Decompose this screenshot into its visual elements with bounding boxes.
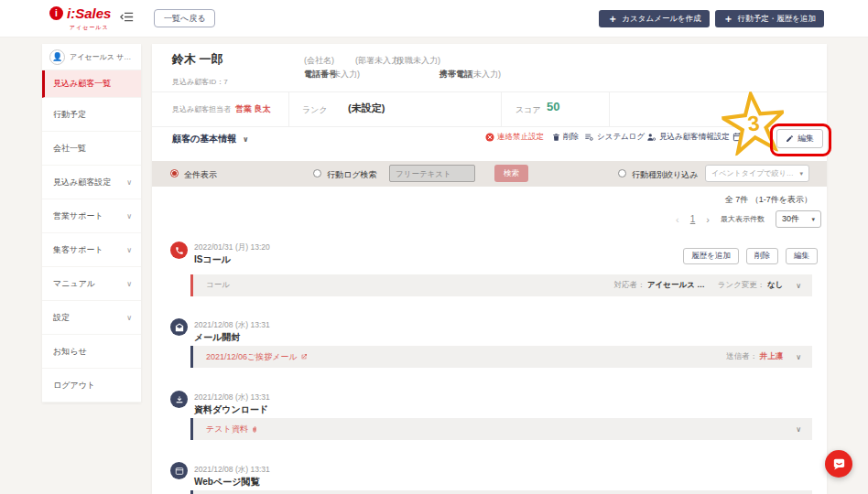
brand-subtitle: アイセールス	[67, 24, 111, 32]
external-link-icon	[300, 353, 308, 360]
chevron-down-icon: ∨	[126, 246, 132, 254]
document-link[interactable]: テスト資料	[206, 424, 258, 435]
event-type-select-value: イベントタイプで絞り…	[711, 168, 794, 178]
activity-title: 資料ダウンロード	[194, 403, 268, 416]
delete-link[interactable]: 削除	[552, 132, 579, 143]
caret-down-icon: ▾	[799, 170, 803, 177]
free-text-search-input[interactable]	[389, 165, 475, 182]
delete-button[interactable]: 削除	[746, 248, 778, 264]
handler-label: 対応者：	[614, 280, 646, 289]
page-number[interactable]: 1	[690, 214, 696, 224]
plus-icon: ＋	[723, 14, 733, 24]
topbar-actions: ＋ カスタムメールを作成 ＋ 行動予定・履歴を追加	[599, 10, 824, 27]
brand-logo-icon: i	[49, 6, 63, 20]
chevron-down-icon: ∨	[126, 314, 132, 322]
sidebar-item-label: 見込み顧客設定	[53, 177, 111, 188]
owner-value: 営業 良太	[235, 103, 271, 115]
create-custom-mail-label: カスタムメールを作成	[622, 14, 700, 25]
menu-fold-icon[interactable]	[120, 10, 134, 27]
sidebar-item-news[interactable]: お知らせ	[42, 335, 141, 369]
chevron-down-icon: ∨	[243, 135, 249, 144]
event-type-select[interactable]: イベントタイプで絞り… ▾	[705, 165, 809, 182]
next-page-icon[interactable]: ›	[706, 214, 710, 225]
chat-widget-button[interactable]	[825, 450, 852, 478]
caret-down-icon: ▾	[811, 216, 815, 223]
sidebar-item-label: 集客サポート	[53, 244, 103, 256]
edit-button[interactable]: 編集	[776, 129, 823, 148]
app-screen: i i:Sales アイセールス 一覧へ戻る ＋ カスタムメールを作成 ＋ 行動…	[0, 0, 868, 494]
add-history-button[interactable]: 履歴を追加	[683, 248, 739, 264]
download-icon	[170, 391, 188, 408]
brand-logo: i i:Sales アイセールス	[49, 5, 111, 32]
divider	[152, 126, 827, 127]
sender-value: 井上凛	[760, 351, 784, 360]
add-schedule-history-label: 行動予定・履歴を追加	[738, 14, 816, 25]
sidebar-item-companies[interactable]: 会社一覧	[42, 132, 141, 166]
chevron-down-icon[interactable]: ∨	[796, 282, 801, 290]
radio-log-search[interactable]	[313, 169, 321, 177]
sender-label: 送信者：	[726, 351, 757, 360]
edit-label: 編集	[797, 133, 814, 145]
sidebar-item-schedule[interactable]: 行動予定	[42, 98, 141, 132]
activity-detail-row	[190, 490, 812, 494]
chevron-down-icon: ∨	[126, 178, 132, 187]
score-value: 50	[547, 100, 559, 113]
per-page-label: 最大表示件数	[721, 214, 765, 224]
chevron-down-icon: ∨	[126, 212, 132, 220]
prev-page-icon[interactable]: ‹	[676, 214, 679, 225]
add-schedule-history-button[interactable]: ＋ 行動予定・履歴を追加	[715, 10, 824, 27]
chevron-down-icon[interactable]: ∨	[796, 425, 801, 434]
top-bar: i i:Sales アイセールス 一覧へ戻る ＋ カスタムメールを作成 ＋ 行動…	[0, 0, 868, 38]
system-log-link[interactable]: システムログ	[584, 132, 645, 143]
chat-icon	[831, 456, 847, 472]
activity-title: ISコール	[194, 253, 231, 266]
no-contact-setting-link[interactable]: 連絡禁止設定	[485, 132, 544, 143]
sidebar-item-logout[interactable]: ログアウト	[42, 369, 141, 403]
calendar-export-icon[interactable]	[732, 132, 743, 142]
company-placeholder: (会社名)	[304, 55, 334, 67]
filter-bar: 全件表示 行動ログ検索 検索 行動種別絞り込み イベントタイプで絞り… ▾	[152, 161, 827, 187]
rank-label: ランク	[302, 104, 328, 116]
position-placeholder: (役職未入力)	[394, 55, 440, 67]
sidebar-item-lead-settings[interactable]: 見込み顧客設定 ∨	[42, 166, 141, 199]
sidebar-item-label: 見込み顧客一覧	[53, 78, 111, 90]
edit-button[interactable]: 編集	[786, 248, 818, 264]
radio-show-all[interactable]	[170, 169, 179, 177]
activity-title: Webページ閲覧	[194, 476, 259, 489]
mail-open-icon	[170, 318, 188, 336]
rank-change-value: なし	[767, 280, 783, 289]
activity-detail-row: コール 対応者： アイセールス … ランク変更： なし ∨	[190, 274, 812, 296]
sidebar: 👤 アイセールス サ… 見込み顧客一覧 行動予定 会社一覧 見込み顧客設定 ∨ …	[42, 44, 141, 403]
sidebar-item-settings[interactable]: 設定 ∨	[42, 301, 141, 335]
chevron-down-icon[interactable]: ∨	[796, 353, 801, 361]
back-to-list-button[interactable]: 一覧へ戻る	[154, 9, 215, 27]
mail-link[interactable]: 2021/12/06ご挨拶メール	[206, 351, 308, 363]
per-page-select[interactable]: 30件 ▾	[776, 210, 821, 228]
plus-icon: ＋	[607, 14, 617, 24]
rank-change-label: ランク変更：	[718, 280, 765, 289]
sidebar-item-manual[interactable]: マニュアル ∨	[42, 267, 141, 301]
phone-value: (未入力)	[330, 69, 360, 81]
system-log-label: システムログ	[597, 132, 645, 143]
sidebar-item-label: 行動予定	[53, 109, 86, 121]
activity-datetime: 2021/12/08 (水) 13:31	[194, 392, 270, 403]
rank-value: (未設定)	[348, 102, 385, 115]
sidebar-item-lead-list[interactable]: 見込み顧客一覧	[42, 70, 141, 98]
sidebar-item-label: 会社一覧	[53, 143, 86, 155]
result-count: 全 7件 （1-7件を表示）	[725, 194, 812, 206]
show-all-label: 全件表示	[184, 169, 217, 181]
lead-info-settings-link[interactable]: 見込み顧客情報設定	[646, 132, 730, 143]
search-button[interactable]: 検索	[494, 165, 528, 182]
sidebar-item-label: 設定	[53, 312, 70, 324]
lead-info-settings-label: 見込み顧客情報設定	[659, 132, 730, 143]
create-custom-mail-button[interactable]: ＋ カスタムメールを作成	[599, 10, 709, 27]
basic-info-section-toggle[interactable]: 顧客の基本情報 ∨	[172, 133, 249, 145]
document-link-label: テスト資料	[206, 424, 248, 435]
sidebar-user-name: アイセールス サ…	[70, 52, 131, 62]
sidebar-item-marketing-support[interactable]: 集客サポート ∨	[42, 233, 141, 267]
sidebar-user[interactable]: 👤 アイセールス サ…	[42, 44, 141, 70]
sidebar-item-sales-support[interactable]: 営業サポート ∨	[42, 199, 141, 233]
activity-actions: 履歴を追加 削除 編集	[683, 248, 818, 264]
activity-detail-text: コール	[206, 280, 230, 291]
radio-type-filter[interactable]	[618, 169, 626, 177]
